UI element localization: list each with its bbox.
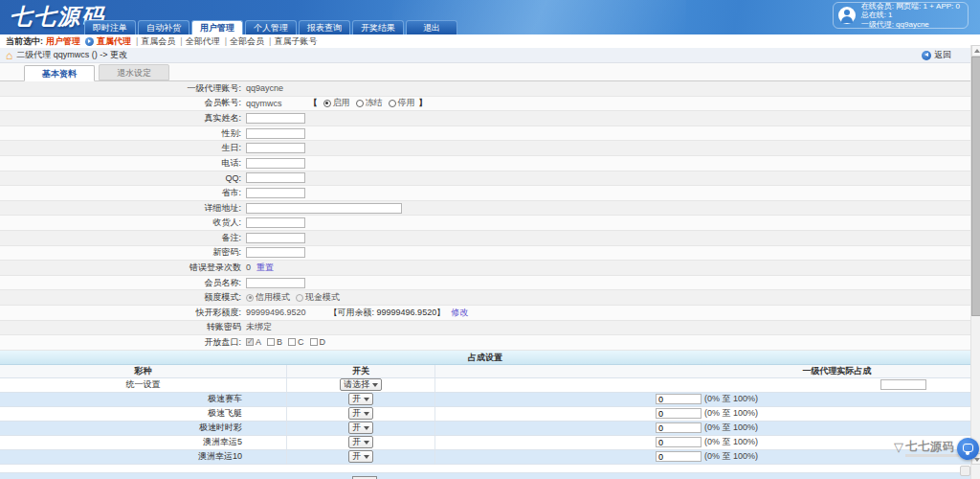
unified-select-value: 请选择 — [344, 378, 369, 391]
switch-select[interactable]: 开 — [348, 393, 373, 405]
subnav-link-all-members[interactable]: 全部会员 — [230, 35, 264, 48]
separator: | — [269, 36, 271, 46]
form-row: QQ: — [0, 171, 970, 187]
online-members-line: 在线会员: 网页端: 1 + APP: 0 — [861, 2, 960, 11]
game-row: 极速赛车 开 (0% 至 100%) — [0, 393, 970, 407]
tab-rebate-settings[interactable]: 退水设定 — [99, 64, 169, 80]
subnav-link-sub-accounts[interactable]: 直属子账号 — [274, 35, 317, 48]
plate-d-checkbox[interactable] — [310, 338, 318, 346]
back-label: 返回 — [934, 49, 951, 61]
cash-mode-radio[interactable] — [296, 294, 303, 302]
birthday-input[interactable] — [246, 143, 305, 153]
check-icon: ✓ — [247, 337, 254, 346]
app-window: 七七源码 即时注单 自动补货 用户管理 个人管理 报表查询 开奖结果 退出 在线… — [0, 0, 980, 479]
unified-settings-row: 统一设置 请选择 — [0, 378, 970, 393]
parent-agent-account-value: qq9aycne — [246, 83, 283, 93]
credit-mode-radio[interactable] — [246, 294, 254, 302]
back-button[interactable]: 返回 — [922, 49, 951, 61]
game-name: 澳洲幸运10 — [0, 450, 287, 464]
game-name: 极速赛车 — [0, 393, 287, 406]
nav-tab-logout[interactable]: 退出 — [406, 20, 457, 34]
form-row: 会员帐号: qqymwcs 【 启用 冻结 停用 】 — [0, 97, 970, 112]
form-row: 收货人: — [0, 216, 970, 231]
member-account-value: qqymwcs — [246, 99, 282, 108]
plate-d-label: D — [320, 337, 326, 347]
game-row: 极速时时彩 开 (0% 至 100%) — [0, 422, 970, 436]
qq-input[interactable] — [246, 172, 305, 183]
credit-mode-label: 信用模式 — [256, 291, 290, 304]
occupancy-input[interactable] — [656, 394, 702, 404]
occupancy-input[interactable] — [656, 408, 702, 419]
form-row: 详细地址: — [0, 201, 970, 217]
bracket: 】 — [419, 97, 428, 109]
game-row: 极速飞艇 开 (0% 至 100%) — [0, 407, 970, 422]
reset-link[interactable]: 重置 — [256, 262, 274, 274]
game-name: 极速飞艇 — [0, 407, 287, 421]
occupancy-input[interactable] — [656, 451, 702, 462]
occupancy-input[interactable] — [656, 437, 702, 447]
subnav-link-direct-members[interactable]: 直属会员 — [141, 35, 175, 48]
plate-b-checkbox[interactable] — [267, 338, 275, 346]
subnav-bar: 当前选中: 用户管理 直属代理 | 直属会员 | 全部代理 | 全部会员 | 直… — [0, 34, 980, 48]
field-label: 收货人: — [0, 217, 246, 229]
nav-tab-instant-orders[interactable]: 即时注单 — [84, 20, 136, 34]
unified-occupancy-input[interactable] — [880, 379, 926, 390]
agent-account-line: 一级代理: qq9aycne — [861, 20, 960, 30]
status-frozen-radio[interactable] — [356, 100, 364, 107]
form-row: 转账密码 未绑定 — [0, 321, 970, 336]
subnav-link-all-agents[interactable]: 全部代理 — [186, 35, 220, 48]
consignee-input[interactable] — [246, 217, 305, 228]
current-selection-label: 当前选中: — [6, 35, 43, 48]
member-name-input[interactable] — [246, 278, 305, 288]
phone-input[interactable] — [246, 158, 305, 169]
switch-select[interactable]: 开 — [348, 422, 373, 434]
status-disabled-radio[interactable] — [389, 100, 396, 107]
nav-tab-user-management[interactable]: 用户管理 — [191, 20, 243, 34]
breadcrumb: ⌂ 二级代理 qqymwcs () -> 更改 返回 — [0, 48, 980, 63]
vertical-scrollbar[interactable] — [970, 45, 980, 479]
scrollbar-thumb[interactable] — [971, 57, 980, 316]
switch-select[interactable]: 开 — [348, 436, 373, 448]
scroll-up-button[interactable] — [971, 45, 980, 57]
plate-b-label: B — [277, 337, 282, 347]
switch-value: 开 — [352, 407, 361, 420]
subnav-link-direct-agents[interactable]: 直属代理 — [97, 35, 131, 48]
range-hint: (0% 至 100%) — [704, 393, 758, 405]
occupancy-input[interactable] — [656, 422, 702, 433]
floating-widget[interactable] — [960, 466, 970, 476]
province-city-input[interactable] — [246, 188, 305, 198]
address-input[interactable] — [246, 203, 402, 214]
form-row: 生日: — [0, 141, 970, 156]
remark-input[interactable] — [246, 233, 305, 243]
field-label: 会员名称: — [0, 277, 246, 289]
new-password-input[interactable] — [246, 247, 305, 258]
form-row: 快开彩额度: 99999496.9520 【可用余额: 99999496.952… — [0, 306, 970, 321]
switch-select[interactable]: 开 — [348, 450, 373, 463]
page-tab-bar: 基本资料 退水设定 — [0, 63, 980, 81]
quick-lottery-quota-value: 99999496.9520 — [246, 308, 306, 317]
plate-c-checkbox[interactable] — [288, 338, 296, 346]
gender-input[interactable] — [246, 128, 305, 139]
field-label: 会员帐号: — [0, 97, 246, 109]
user-avatar-icon — [838, 7, 856, 24]
field-label: QQ: — [0, 173, 246, 183]
switch-select[interactable]: 开 — [348, 407, 373, 420]
real-name-input[interactable] — [246, 113, 305, 124]
plate-a-checkbox[interactable]: ✓ — [246, 338, 254, 346]
watermark-text: 七七源码 — [905, 440, 955, 453]
unified-select[interactable]: 请选择 — [340, 378, 382, 391]
field-label: 省市: — [0, 187, 246, 199]
section-title: 占成设置 — [0, 351, 970, 365]
status-enabled-radio[interactable] — [323, 100, 331, 107]
tab-basic-info[interactable]: 基本资料 — [24, 65, 95, 81]
nav-tab-lottery-results[interactable]: 开奖结果 — [352, 20, 404, 34]
modify-link[interactable]: 修改 — [451, 307, 468, 319]
field-label: 错误登录次数 — [0, 262, 246, 274]
chevron-down-icon — [364, 398, 369, 401]
nav-tab-report-query[interactable]: 报表查询 — [299, 20, 350, 34]
cash-mode-label: 现金模式 — [305, 291, 340, 304]
nav-tab-personal-management[interactable]: 个人管理 — [245, 20, 297, 34]
nav-tab-auto-restock[interactable]: 自动补货 — [138, 20, 189, 34]
floating-service-button[interactable] — [957, 438, 979, 460]
occupancy-settings-section: 占成设置 彩种 开关 一级代理实际占成 统一设置 请选择 极速赛车 开 (0% … — [0, 351, 970, 479]
